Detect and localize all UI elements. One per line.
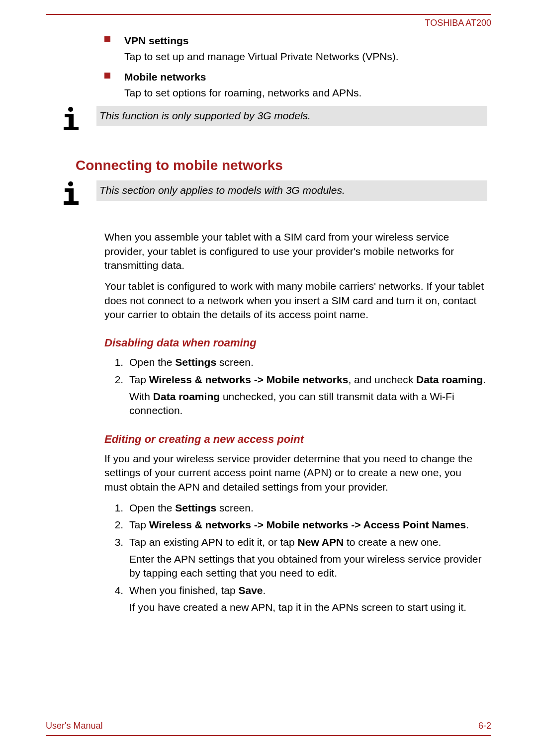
step-item: Open the Settings screen. [126, 501, 486, 515]
bullet-mobile-networks: Mobile networks [104, 70, 491, 84]
step-text-bold: Data roaming [416, 374, 483, 385]
step-text: screen. [216, 502, 254, 513]
step-item: Open the Settings screen. [126, 355, 486, 369]
step-text: Open the [129, 356, 175, 368]
bullet-square-icon [104, 36, 110, 42]
body-paragraph: If you and your wireless service provide… [104, 452, 486, 494]
steps-list: Open the Settings screen. Tap Wireless &… [126, 501, 486, 614]
step-item: Tap Wireless & networks -> Mobile networ… [126, 373, 486, 418]
svg-rect-6 [69, 188, 74, 202]
step-text-bold: Save [238, 585, 263, 596]
info-icon [60, 106, 88, 133]
step-item: Tap an existing APN to edit it, or tap N… [126, 535, 486, 581]
step-item: When you finished, tap Save. If you have… [126, 584, 486, 615]
step-text-bold: Wireless & networks -> Mobile networks -… [149, 519, 466, 530]
info-icon [60, 180, 88, 207]
body-paragraph: When you assemble your tablet with a SIM… [104, 230, 486, 272]
bullet-vpn-settings: VPN settings [104, 34, 491, 48]
manual-page: TOSHIBA AT200 VPN settings Tap to set up… [46, 14, 491, 736]
step-text: , and uncheck [348, 374, 416, 385]
bullet-label: VPN settings [124, 34, 189, 48]
bullet-square-icon [104, 73, 110, 79]
bullet-label: Mobile networks [124, 70, 206, 84]
step-subpara: Enter the APN settings that you obtained… [129, 552, 486, 581]
step-text-bold: Data roaming [153, 391, 220, 402]
step-item: Tap Wireless & networks -> Mobile networ… [126, 518, 486, 532]
step-subpara: With Data roaming unchecked, you can sti… [129, 390, 486, 418]
step-text-bold: Wireless & networks -> Mobile networks [149, 374, 349, 385]
steps-list: Open the Settings screen. Tap Wireless &… [126, 355, 486, 418]
header-product-name: TOSHIBA AT200 [425, 14, 491, 28]
step-subpara: If you have created a new APN, tap it in… [129, 600, 486, 614]
step-text: Tap [129, 519, 149, 530]
info-note: This function is only supported by 3G mo… [46, 106, 491, 133]
footer-manual-label: User's Manual [46, 721, 102, 731]
step-text: When you finished, tap [129, 585, 238, 596]
page-content: VPN settings Tap to set up and manage Vi… [46, 34, 491, 617]
note-text: This section only applies to models with… [96, 180, 487, 200]
svg-point-0 [68, 107, 73, 112]
step-text: . [263, 585, 266, 596]
subsection-heading: Editing or creating a new access point [104, 433, 491, 446]
section-heading: Connecting to mobile networks [76, 158, 491, 173]
step-text: Tap [129, 374, 149, 385]
svg-rect-3 [64, 127, 79, 130]
step-text: Tap an existing APN to edit it, or tap [129, 536, 298, 548]
step-text: screen. [216, 356, 254, 368]
note-text: This function is only supported by 3G mo… [96, 106, 487, 126]
footer-page-number: 6-2 [478, 721, 491, 731]
body-paragraph: Your tablet is configured to work with m… [104, 279, 486, 322]
subsection-heading: Disabling data when roaming [104, 336, 491, 349]
info-note: This section only applies to models with… [46, 180, 491, 207]
step-text: . [483, 374, 486, 385]
step-text: With [129, 391, 153, 402]
step-text-bold: New APN [298, 536, 344, 548]
svg-point-4 [68, 181, 73, 186]
step-text-bold: Settings [175, 356, 216, 368]
step-text: . [466, 519, 469, 530]
svg-rect-7 [64, 201, 79, 205]
bullet-desc: Tap to set up and manage Virtual Private… [124, 50, 486, 64]
step-text-bold: Settings [175, 502, 216, 513]
bullet-desc: Tap to set options for roaming, networks… [124, 86, 486, 100]
svg-rect-2 [69, 114, 74, 128]
step-text: to create a new one. [344, 536, 441, 548]
step-text: Open the [129, 502, 175, 513]
